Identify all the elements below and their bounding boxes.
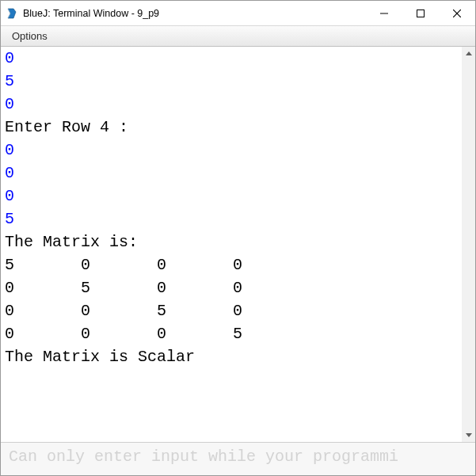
scroll-track[interactable]: [462, 60, 475, 428]
user-input-line: 0: [5, 49, 14, 67]
svg-rect-1: [417, 10, 425, 17]
app-icon: [6, 7, 18, 20]
maximize-button[interactable]: [402, 1, 439, 25]
user-input-line: 0: [5, 187, 14, 205]
matrix-row: 0 5 0 0: [5, 279, 242, 297]
scroll-up-arrow[interactable]: [462, 47, 475, 60]
minimize-button[interactable]: [366, 1, 402, 25]
close-button[interactable]: [439, 1, 475, 25]
matrix-row: 0 0 0 5: [5, 325, 242, 343]
vertical-scrollbar[interactable]: [462, 47, 475, 442]
output-line: The Matrix is:: [5, 233, 138, 251]
menu-options[interactable]: Options: [7, 29, 52, 44]
matrix-row: 0 0 5 0: [5, 302, 242, 320]
terminal-input[interactable]: Can only enter input while your programm…: [1, 442, 475, 475]
window-titlebar: BlueJ: Terminal Window - 9_p9: [1, 1, 475, 26]
window-title: BlueJ: Terminal Window - 9_p9: [23, 8, 159, 19]
prompt-line: Enter Row 4 :: [5, 118, 128, 136]
user-input-line: 0: [5, 95, 14, 113]
user-input-line: 5: [5, 210, 14, 228]
user-input-line: 0: [5, 164, 14, 182]
terminal-wrap: 0 5 0 Enter Row 4 : 0 0 0 5 The Matrix i…: [1, 47, 475, 442]
menubar: Options: [1, 26, 475, 47]
matrix-row: 5 0 0 0: [5, 256, 242, 274]
terminal-output[interactable]: 0 5 0 Enter Row 4 : 0 0 0 5 The Matrix i…: [1, 47, 462, 442]
user-input-line: 5: [5, 72, 14, 90]
user-input-line: 0: [5, 141, 14, 159]
scroll-down-arrow[interactable]: [462, 428, 475, 442]
window-controls: [366, 1, 475, 25]
output-line: The Matrix is Scalar: [5, 348, 195, 366]
